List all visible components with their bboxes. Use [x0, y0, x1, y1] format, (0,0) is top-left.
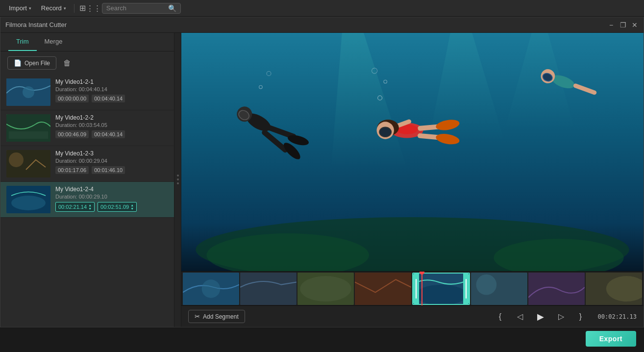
left-panel: Trim Merge 📄 Open File 🗑	[0, 33, 174, 327]
add-segment-button[interactable]: ✂ Add Segment	[188, 310, 245, 323]
prev-frame-button[interactable]: ◁	[513, 309, 527, 324]
video-name: My Video1-2-3	[55, 150, 168, 157]
handle-line	[466, 279, 467, 299]
record-label: Record	[41, 4, 62, 12]
import-button[interactable]: Import ▾	[5, 2, 35, 14]
video-info: My Video1-2-1 Duration: 00:04:40.14 00:0…	[55, 78, 168, 102]
thumb-svg-2	[6, 114, 50, 142]
video-list-item-active[interactable]: My Video1-2-4 Duration: 00:00:29.10 00:0…	[0, 182, 174, 218]
start-down-arrow[interactable]: ▼	[88, 207, 92, 210]
grid-icon[interactable]: ⋮⋮	[89, 4, 98, 13]
thumb-svg	[586, 273, 642, 305]
svg-point-10	[177, 182, 179, 184]
start-time-value: 00:02:21.14	[58, 204, 87, 210]
panel-resize-handle[interactable]	[174, 33, 181, 327]
record-chevron-icon: ▾	[64, 6, 66, 11]
video-times: 00:02:21.14 ▲ ▼ 00:02:51.09 ▲ ▼	[55, 202, 168, 212]
window-titlebar: Filmora Instant Cutter − ❐ ✕	[0, 17, 644, 33]
tab-merge[interactable]: Merge	[37, 33, 71, 51]
film-strip-thumb[interactable]	[586, 273, 642, 305]
svg-point-53	[476, 275, 497, 295]
handle-dots-icon	[176, 173, 179, 187]
svg-rect-3	[9, 131, 48, 139]
bracket-close-button[interactable]: }	[573, 309, 588, 324]
tab-trim[interactable]: Trim	[8, 33, 37, 51]
right-panel: ✂ Add Segment { ◁ ▶ ▷ }	[181, 33, 644, 327]
export-button[interactable]: Export	[586, 331, 636, 347]
bracket-open-label: {	[499, 312, 501, 321]
window-body: Trim Merge 📄 Open File 🗑	[0, 33, 644, 327]
video-list: My Video1-2-1 Duration: 00:04:40.14 00:0…	[0, 75, 174, 327]
end-time-value: 00:02:51.09	[100, 204, 129, 210]
filmora-window: Filmora Instant Cutter − ❐ ✕ Trim Merge …	[0, 17, 644, 327]
trim-handle-left[interactable]	[413, 274, 419, 304]
start-up-arrow[interactable]: ▲	[88, 203, 92, 207]
film-strip-thumb[interactable]	[355, 273, 411, 305]
video-times: 00:01:17.06 00:01:46.10	[55, 166, 168, 174]
video-list-item[interactable]: My Video1-2-2 Duration: 00:03:54.05 00:0…	[0, 110, 174, 146]
film-strip-thumb[interactable]	[471, 273, 527, 305]
toolbar-divider	[74, 4, 74, 13]
restore-button[interactable]: ❐	[619, 21, 627, 29]
add-segment-label: Add Segment	[203, 313, 239, 320]
video-duration: Duration: 00:00:29.10	[55, 194, 168, 200]
play-button[interactable]: ▶	[532, 308, 549, 325]
next-frame-button[interactable]: ▷	[554, 309, 569, 324]
video-times: 00:00:00.00 00:04:40.14	[55, 95, 168, 102]
bottom-bar: Export	[0, 327, 644, 349]
start-time-editable[interactable]: 00:02:21.14 ▲ ▼	[55, 202, 95, 212]
video-name: My Video1-2-2	[55, 114, 168, 121]
open-file-button[interactable]: 📄 Open File	[7, 56, 56, 70]
film-strip-thumb[interactable]	[240, 273, 297, 305]
search-icon: 🔍	[168, 4, 176, 12]
svg-rect-49	[355, 273, 411, 305]
film-strip-thumb[interactable]	[183, 273, 239, 305]
thumb-svg	[297, 273, 354, 305]
video-preview	[181, 33, 644, 271]
close-button[interactable]: ✕	[631, 21, 639, 29]
window-title: Filmora Instant Cutter	[5, 21, 67, 28]
panel-toolbar: 📄 Open File 🗑	[0, 51, 174, 75]
video-thumbnail	[6, 114, 50, 142]
next-frame-icon: ▷	[558, 312, 564, 321]
controls-bar: ✂ Add Segment { ◁ ▶ ▷ }	[181, 305, 644, 327]
end-up-arrow[interactable]: ▲	[130, 203, 134, 207]
end-time-editable[interactable]: 00:02:51.09 ▲ ▼	[98, 202, 137, 212]
film-strip-thumb[interactable]	[528, 273, 585, 305]
bracket-open-button[interactable]: {	[493, 309, 508, 324]
scissors-icon: ✂	[195, 313, 200, 320]
video-info: My Video1-2-3 Duration: 00:00:29.04 00:0…	[55, 150, 168, 174]
video-list-item[interactable]: My Video1-2-1 Duration: 00:04:40.14 00:0…	[0, 75, 174, 110]
playhead-marker[interactable]	[421, 272, 422, 305]
video-info: My Video1-2-2 Duration: 00:03:54.05 00:0…	[55, 114, 168, 138]
svg-point-32	[379, 127, 391, 137]
start-time-spinner[interactable]: ▲ ▼	[88, 203, 92, 210]
record-button[interactable]: Record ▾	[37, 2, 70, 14]
search-input[interactable]	[106, 4, 165, 12]
film-strip-selected[interactable]	[412, 273, 471, 305]
handle-line	[416, 279, 417, 299]
video-duration: Duration: 00:00:29.04	[55, 158, 168, 164]
delete-button[interactable]: 🗑	[61, 57, 73, 70]
trim-handle-right[interactable]	[463, 274, 469, 304]
end-time: 00:04:40.14	[92, 95, 125, 102]
thumb-svg-4	[6, 186, 50, 213]
film-strip-thumb[interactable]	[297, 273, 354, 305]
video-thumbnail	[6, 150, 50, 177]
end-down-arrow[interactable]: ▼	[130, 207, 134, 210]
open-file-label: Open File	[25, 60, 50, 67]
import-chevron-icon: ▾	[29, 6, 31, 11]
end-time-spinner[interactable]: ▲ ▼	[130, 203, 134, 210]
video-info: My Video1-2-4 Duration: 00:00:29.10 00:0…	[55, 186, 168, 212]
svg-point-5	[9, 152, 24, 167]
bracket-close-label: }	[579, 312, 582, 321]
minimize-button[interactable]: −	[607, 21, 615, 29]
video-thumbnail	[6, 78, 50, 106]
start-time: 00:01:17.06	[55, 166, 89, 174]
start-time: 00:00:46.09	[55, 130, 89, 138]
video-list-item[interactable]: My Video1-2-3 Duration: 00:00:29.04 00:0…	[0, 146, 174, 182]
window-controls: − ❐ ✕	[607, 21, 639, 29]
tabs-container: Trim Merge	[0, 33, 174, 51]
video-times: 00:00:46.09 00:04:40.14	[55, 130, 168, 138]
top-toolbar: Import ▾ Record ▾ ⊞ ⋮⋮ 🔍	[0, 0, 644, 17]
